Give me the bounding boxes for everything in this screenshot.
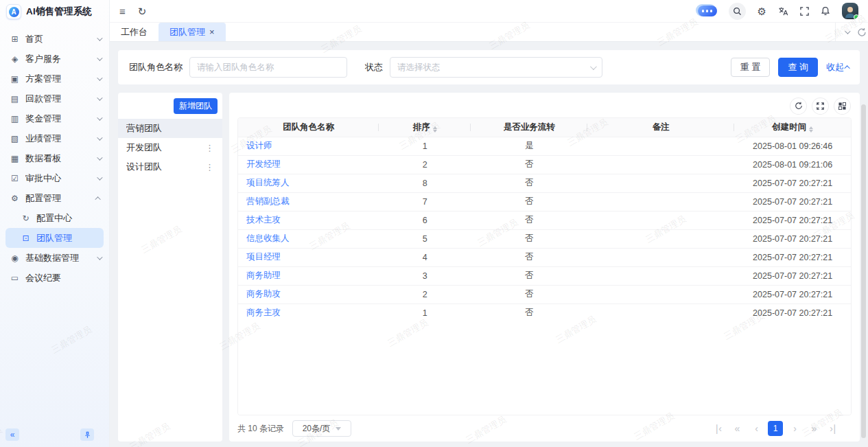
table-card: 团队角色名称排序是否业务流转备注创建时间 设计师1是2025-08-01 09:… (229, 93, 860, 442)
status-select[interactable]: 请选择状态 (390, 57, 602, 78)
bell-icon[interactable] (821, 6, 830, 16)
cell-created: 2025-07-07 20:27:21 (734, 266, 851, 285)
sidebar-item-7[interactable]: ☑审批中心 (0, 168, 109, 188)
role-link[interactable]: 项目经理 (246, 252, 281, 262)
team-item-0[interactable]: 营销团队 (118, 119, 222, 138)
window-scrollbar[interactable] (861, 104, 866, 438)
cell-flow: 否 (471, 285, 587, 303)
chevron-down-icon (97, 174, 102, 180)
team-name: 开发团队 (126, 141, 202, 154)
role-name-input[interactable] (189, 57, 347, 78)
search-button[interactable]: 查 询 (778, 58, 818, 77)
column-header[interactable]: 排序 (379, 118, 471, 137)
sidebar-item-11[interactable]: ◉基础数据管理 (0, 248, 109, 268)
reset-button[interactable]: 重 置 (731, 58, 771, 77)
tab-team-management[interactable]: 团队管理 × (159, 23, 226, 41)
sidebar-item-8[interactable]: ⚙配置管理 (0, 188, 109, 208)
sidebar-item-6[interactable]: ▦数据看板 (0, 148, 109, 168)
team-panel: 新增团队 营销团队开发团队⋮设计团队⋮ (118, 93, 222, 442)
cell-remark (587, 192, 734, 211)
sidebar-item-label: 奖金管理 (25, 113, 97, 125)
sidebar-collapse-button[interactable]: « (5, 428, 19, 441)
role-link[interactable]: 技术主攻 (246, 215, 281, 225)
role-link[interactable]: 项目统筹人 (246, 178, 290, 187)
role-name-label: 团队角色名称 (129, 61, 183, 73)
tab-list-dropdown[interactable] (835, 23, 857, 41)
chevron-up-icon (844, 65, 849, 71)
sidebar-item-5[interactable]: ▧业绩管理 (0, 128, 109, 148)
user-avatar[interactable] (842, 3, 858, 19)
item-more-icon[interactable]: ⋮ (202, 162, 217, 172)
role-link[interactable]: 信息收集人 (246, 233, 290, 243)
role-link[interactable]: 商务助攻 (246, 289, 281, 299)
sidebar-item-0[interactable]: ⊞首页 (0, 29, 109, 49)
table-fullscreen-icon[interactable] (812, 98, 828, 114)
sort-icon[interactable] (809, 126, 813, 133)
table-refresh-icon[interactable] (790, 98, 806, 114)
page-size-select[interactable]: 20条/页 (292, 420, 351, 437)
gear-icon[interactable]: ⚙ (758, 6, 766, 16)
team-item-1[interactable]: 开发团队⋮ (118, 138, 222, 157)
prev-page-button[interactable]: ‹ (749, 421, 764, 436)
first-page-button[interactable]: ∣‹ (710, 421, 725, 436)
ai-assistant-icon[interactable] (698, 5, 717, 16)
search-icon[interactable] (729, 3, 746, 20)
sidebar-item-label: 方案管理 (25, 73, 97, 85)
status-label: 状态 (365, 61, 383, 73)
table-row: 设计师1是2025-08-01 09:26:46 (238, 137, 851, 155)
cell-remark (587, 303, 734, 322)
prev-5-pages-button[interactable]: « (729, 421, 744, 436)
cell-flow: 否 (471, 211, 587, 229)
tab-actions-icon[interactable] (857, 23, 868, 41)
cell-remark (587, 155, 734, 174)
status-select-placeholder: 请选择状态 (397, 62, 590, 73)
chevron-down-icon (97, 254, 102, 260)
sidebar-item-9[interactable]: ↻配置中心 (0, 208, 109, 228)
reload-icon[interactable]: ↻ (138, 6, 147, 16)
fullscreen-icon[interactable] (800, 7, 809, 16)
team-item-2[interactable]: 设计团队⋮ (118, 157, 222, 176)
table-row: 营销副总裁7否2025-07-07 20:27:21 (238, 192, 851, 211)
tabbar-right-group (835, 23, 868, 41)
role-link[interactable]: 商务助理 (246, 271, 281, 280)
column-header: 是否业务流转 (471, 118, 587, 137)
current-page-button[interactable]: 1 (768, 421, 783, 436)
collapse-filter-link[interactable]: 收起 (826, 61, 850, 73)
add-team-button[interactable]: 新增团队 (174, 98, 218, 114)
next-5-pages-button[interactable]: » (806, 421, 821, 436)
main-area: ≡ ↻ ⚙ (110, 0, 868, 447)
team-name: 设计团队 (126, 161, 202, 173)
hamburger-menu-icon[interactable]: ≡ (119, 6, 126, 16)
sidebar-item-2[interactable]: ▣方案管理 (0, 69, 109, 89)
table-row: 开发经理2否2025-08-01 09:21:06 (238, 155, 851, 174)
item-more-icon[interactable]: ⋮ (202, 143, 217, 153)
cell-flow: 否 (471, 229, 587, 248)
cell-flow: 否 (471, 266, 587, 285)
table-header-row: 团队角色名称排序是否业务流转备注创建时间 (238, 118, 851, 137)
column-settings-icon[interactable] (834, 98, 850, 114)
sidebar-item-3[interactable]: ▤回款管理 (0, 89, 109, 108)
close-icon[interactable]: × (209, 27, 215, 36)
last-page-button[interactable]: ›∣ (825, 421, 841, 436)
role-link[interactable]: 开发经理 (246, 159, 281, 169)
performance-management-icon: ▧ (10, 134, 20, 144)
sort-icon[interactable] (433, 126, 437, 133)
role-link[interactable]: 商务主攻 (246, 308, 281, 317)
cell-created: 2025-07-07 20:27:21 (734, 248, 851, 266)
sidebar-item-10[interactable]: ⊡团队管理 (5, 228, 104, 248)
tab-workbench[interactable]: 工作台 (110, 23, 159, 41)
chevron-down-icon (336, 427, 341, 431)
sidebar-item-label: 会议纪要 (25, 272, 101, 284)
sidebar-item-4[interactable]: ▥奖金管理 (0, 108, 109, 128)
next-page-button[interactable]: › (787, 421, 802, 436)
role-link[interactable]: 设计师 (246, 141, 272, 150)
translate-icon[interactable] (778, 6, 788, 16)
column-header[interactable]: 创建时间 (734, 118, 851, 137)
sidebar-item-1[interactable]: ◈客户服务 (0, 49, 109, 69)
sidebar-item-12[interactable]: ▭会议纪要 (0, 268, 109, 288)
bonus-management-icon: ▥ (10, 114, 20, 124)
role-link[interactable]: 营销副总裁 (246, 196, 290, 206)
cell-created: 2025-07-07 20:27:21 (734, 192, 851, 211)
table-row: 信息收集人5否2025-07-07 20:27:21 (238, 229, 851, 248)
pin-icon[interactable] (80, 428, 94, 441)
